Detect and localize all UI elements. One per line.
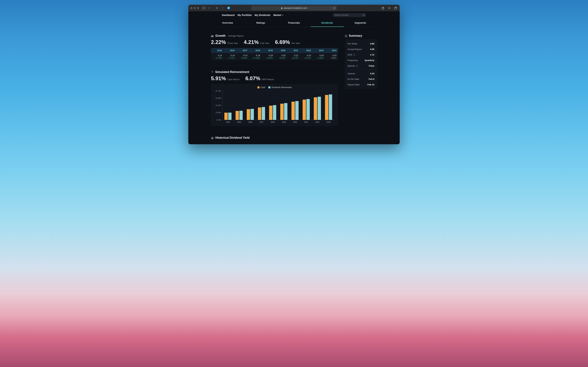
symbol-search[interactable] bbox=[333, 13, 366, 17]
growth-10yr-label: Ten Year bbox=[291, 42, 300, 44]
nav-market[interactable]: Market bbox=[273, 13, 283, 17]
payout-cell: 0.18+17.50% bbox=[249, 53, 262, 60]
reinvest-chart-svg: 9.75K10.00K10.25K10.50K10.75K20242025202… bbox=[213, 89, 336, 125]
sidebar-toggle-icon[interactable] bbox=[202, 6, 206, 10]
payout-year-header: 2018 bbox=[249, 48, 262, 53]
svg-text:10.50K: 10.50K bbox=[215, 97, 221, 99]
summary-row: DCRi4.72 bbox=[345, 52, 377, 58]
svg-text:2030: 2030 bbox=[293, 121, 297, 123]
svg-rect-7 bbox=[211, 36, 212, 37]
svg-text:10.75K: 10.75K bbox=[215, 90, 221, 92]
chevron-down-icon bbox=[282, 15, 283, 16]
payout-year-header: 2017 bbox=[236, 48, 249, 53]
info-icon[interactable]: i bbox=[356, 65, 358, 67]
summary-row: Per Share0.96 bbox=[345, 41, 377, 46]
back-icon[interactable] bbox=[215, 6, 219, 10]
summary-row: Amount0.24 bbox=[345, 71, 377, 76]
svg-text:10.00K: 10.00K bbox=[215, 112, 221, 114]
tab-overview[interactable]: Overview bbox=[211, 19, 244, 27]
reinvest-cash-value: 5.91% bbox=[211, 75, 226, 82]
tab-overview-icon[interactable] bbox=[394, 6, 398, 10]
top-nav: Dashboard My Portfolio My Dividends Mark… bbox=[188, 11, 400, 19]
payout-cell: 0.14+7.21% bbox=[224, 53, 236, 60]
payout-cell: 0.19+5.56% bbox=[262, 53, 274, 60]
growth-title: Growth bbox=[215, 34, 226, 38]
reinvest-cash: 5.91% Cash Return bbox=[211, 75, 240, 82]
nav-my-portfolio[interactable]: My Portfolio bbox=[238, 13, 252, 17]
payout-year-header: 2023 bbox=[313, 48, 325, 53]
summary-row: SpecialiFalse bbox=[345, 63, 377, 69]
browser-window: passport-analytics.com Dashboard My Port… bbox=[188, 5, 400, 144]
svg-line-15 bbox=[213, 73, 213, 73]
svg-rect-40 bbox=[258, 107, 261, 120]
section-divider bbox=[211, 66, 338, 66]
svg-rect-44 bbox=[273, 105, 276, 120]
search-icon bbox=[363, 14, 364, 16]
close-window-icon[interactable] bbox=[190, 7, 192, 9]
svg-rect-53 bbox=[306, 99, 310, 120]
payout-cell: 0.15+9.82% bbox=[236, 53, 249, 60]
address-bar[interactable]: passport-analytics.com bbox=[251, 6, 337, 10]
growth-5yr: 4.21% Five Year bbox=[244, 39, 269, 45]
svg-rect-34 bbox=[235, 111, 239, 120]
payout-cell: 0.23+3.41% bbox=[300, 53, 313, 60]
payout-cell: 0.240.00% bbox=[325, 53, 338, 60]
svg-rect-56 bbox=[318, 97, 321, 120]
payout-cell: 0.24+3.26% bbox=[313, 53, 325, 60]
growth-subtitle: Average Payout bbox=[228, 34, 243, 37]
address-text: passport-analytics.com bbox=[284, 7, 307, 9]
legend-drip: Dividends Reinvested bbox=[268, 86, 292, 89]
reload-icon[interactable] bbox=[333, 7, 335, 9]
svg-text:2031: 2031 bbox=[304, 121, 308, 123]
svg-rect-49 bbox=[291, 102, 295, 120]
summary-row: Annual Payout0.96 bbox=[345, 46, 377, 52]
svg-rect-46 bbox=[280, 104, 284, 120]
tab-segments[interactable]: Segments bbox=[344, 19, 377, 27]
tab-ratings[interactable]: Ratings bbox=[244, 19, 277, 27]
svg-rect-35 bbox=[239, 111, 243, 120]
summary-card: Per Share0.96Annual Payout0.96DCRi4.72Fr… bbox=[345, 39, 377, 89]
zoom-window-icon[interactable] bbox=[197, 7, 199, 9]
legend-cash: Cash bbox=[257, 86, 265, 89]
info-icon[interactable]: i bbox=[353, 54, 355, 56]
growth-5yr-value: 4.21% bbox=[244, 39, 259, 45]
new-tab-icon[interactable] bbox=[387, 6, 391, 10]
svg-rect-43 bbox=[269, 106, 272, 120]
payout-year-header: 2022 bbox=[300, 48, 313, 53]
symbol-search-input[interactable] bbox=[334, 14, 362, 16]
growth-10yr: 6.69% Ten Year bbox=[275, 39, 300, 45]
svg-rect-37 bbox=[247, 109, 250, 120]
reinvest-cash-label: Cash Return bbox=[227, 78, 240, 81]
svg-rect-55 bbox=[314, 97, 317, 120]
svg-text:10.25K: 10.25K bbox=[215, 104, 221, 106]
nav-my-dividends[interactable]: My Dividends bbox=[255, 13, 270, 17]
svg-point-5 bbox=[363, 14, 364, 16]
svg-rect-8 bbox=[212, 35, 213, 37]
svg-rect-52 bbox=[303, 100, 306, 120]
svg-rect-47 bbox=[284, 103, 288, 120]
svg-rect-0 bbox=[202, 7, 205, 9]
tab-financials[interactable]: Financials bbox=[277, 19, 311, 27]
site-favicon-icon bbox=[227, 7, 230, 9]
reinvest-drip: 6.07% DRIP Return bbox=[245, 75, 274, 82]
svg-text:2025: 2025 bbox=[237, 121, 241, 123]
titlebar: passport-analytics.com bbox=[188, 5, 400, 11]
svg-rect-31 bbox=[224, 113, 228, 120]
minimize-window-icon[interactable] bbox=[194, 7, 196, 9]
svg-line-17 bbox=[211, 73, 212, 73]
chevron-down-icon[interactable] bbox=[207, 6, 210, 10]
payout-history-table: 2015201620172018201920202021202220232024… bbox=[211, 48, 338, 60]
payout-year-header: 2021 bbox=[287, 48, 300, 53]
tab-dividends[interactable]: Dividends bbox=[311, 19, 344, 27]
forward-icon[interactable] bbox=[221, 6, 225, 10]
nav-market-label: Market bbox=[273, 14, 281, 17]
historical-title: Historical Dividend Yield bbox=[215, 136, 249, 140]
share-icon[interactable] bbox=[381, 6, 385, 10]
payout-cell: 0.22+8.12% bbox=[287, 53, 300, 60]
svg-text:2026: 2026 bbox=[248, 121, 252, 123]
nav-dashboard[interactable]: Dashboard bbox=[222, 13, 235, 17]
svg-rect-50 bbox=[295, 101, 298, 120]
growth-10yr-value: 6.69% bbox=[275, 39, 290, 45]
growth-5yr-label: Five Year bbox=[260, 42, 269, 44]
payout-cell: 0.13+5.73% bbox=[211, 53, 224, 60]
